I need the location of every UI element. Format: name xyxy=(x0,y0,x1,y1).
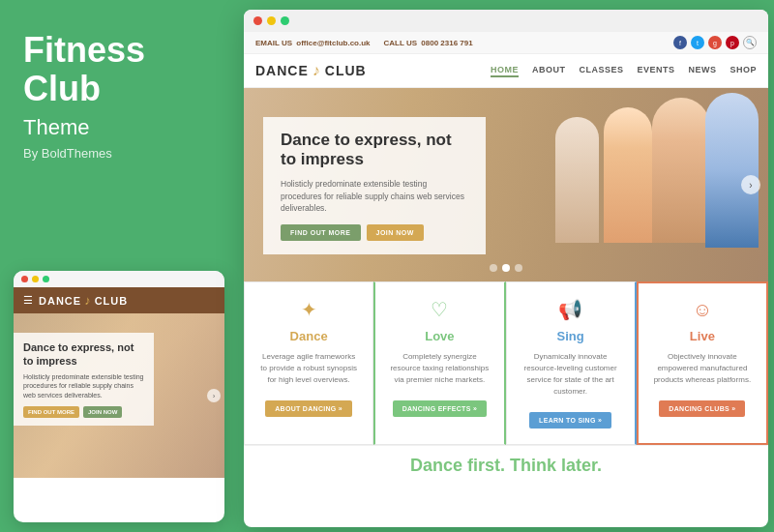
mobile-hero-btns: FIND OUT MORE JOIN NOW xyxy=(23,406,144,418)
hero-content-box: Dance to express, not to impress Holisti… xyxy=(263,117,486,254)
sing-button[interactable]: LEARN TO SING » xyxy=(529,412,611,429)
hamburger-icon[interactable]: ☰ xyxy=(23,294,33,307)
mobile-mockup: ☰ DANCE ♪ CLUB Dance to express, not to … xyxy=(14,271,224,522)
browser-dot-green xyxy=(281,16,289,25)
hero-buttons: FIND OUT MORE JOIN NOW xyxy=(281,224,468,241)
hero-title: Dance to express, not to impress xyxy=(281,131,468,170)
mobile-dots xyxy=(14,271,224,287)
sing-title: Sing xyxy=(521,329,621,343)
live-button[interactable]: DANCING CLUBS » xyxy=(659,400,745,417)
nav-news[interactable]: NEWS xyxy=(688,65,716,77)
left-title: Fitness Club xyxy=(23,31,217,107)
card-live: ☺ Live Objectively innovate empowered ma… xyxy=(637,281,768,445)
mobile-hero-text: Holisticly predominate extensible testin… xyxy=(23,372,144,400)
love-title: Love xyxy=(389,329,490,343)
site-nav: DANCE ♪ CLUB HOME ABOUT CLASSES EVENTS N… xyxy=(244,54,768,88)
hero-dots xyxy=(490,264,522,272)
dancer-icon: ♪ xyxy=(84,293,92,308)
browser-mockup: EMAIL US office@fitclub.co.uk CALL US 08… xyxy=(244,10,768,527)
hero-description: Holisticly predominate extensible testin… xyxy=(281,178,468,215)
card-dance: ✦ Dance Leverage agile frameworks to pro… xyxy=(244,281,373,445)
mobile-logo: DANCE ♪ CLUB xyxy=(39,293,128,308)
topbar-email: EMAIL US office@fitclub.co.uk xyxy=(255,39,372,47)
nav-home[interactable]: HOME xyxy=(491,65,519,77)
nav-classes[interactable]: CLASSES xyxy=(579,65,623,77)
logo-dancer-icon: ♪ xyxy=(313,62,321,79)
google-plus-icon[interactable]: g xyxy=(708,36,722,49)
hero-find-out-more-button[interactable]: FIND OUT MORE xyxy=(281,224,361,241)
mobile-find-out-more-button[interactable]: FIND OUT MORE xyxy=(23,406,79,418)
hero-join-now-button[interactable]: JOIN NOW xyxy=(367,224,424,241)
browser-topbar xyxy=(244,10,768,32)
hero-dot-2[interactable] xyxy=(502,264,510,272)
dance-text: Leverage agile frameworks to provide a r… xyxy=(258,351,359,386)
dance-button[interactable]: ABOUT DANCING » xyxy=(265,400,352,417)
love-text: Completely synergize resource taxing rel… xyxy=(389,351,490,386)
person-3 xyxy=(604,107,652,243)
search-icon[interactable]: 🔍 xyxy=(743,36,757,49)
hero-dot-1[interactable] xyxy=(490,264,497,272)
site-hero: Dance to express, not to impress Holisti… xyxy=(244,88,768,281)
pinterest-icon[interactable]: p xyxy=(726,36,739,49)
person-4 xyxy=(555,117,599,243)
sing-icon: 📢 xyxy=(521,298,621,321)
dance-title: Dance xyxy=(258,329,359,343)
site-logo: DANCE ♪ CLUB xyxy=(255,62,367,79)
bottom-tagline: Dance first. Think later. xyxy=(244,445,768,482)
mobile-next-arrow[interactable]: › xyxy=(207,389,221,402)
live-title: Live xyxy=(652,329,753,343)
live-text: Objectively innovate empowered manufactu… xyxy=(652,351,753,386)
nav-shop[interactable]: SHOP xyxy=(729,65,757,77)
left-by: By BoldThemes xyxy=(23,146,217,161)
love-button[interactable]: DANCING EFFECTS » xyxy=(393,400,487,417)
browser-dot-yellow xyxy=(267,16,276,25)
left-panel: Fitness Club Theme By BoldThemes ☰ DANCE… xyxy=(0,0,240,532)
topbar-social: f t g p 🔍 xyxy=(673,36,757,49)
live-icon: ☺ xyxy=(652,299,753,321)
topbar-left: EMAIL US office@fitclub.co.uk CALL US 08… xyxy=(255,39,475,47)
left-subtitle: Theme xyxy=(23,115,217,140)
love-icon: ♡ xyxy=(389,298,490,321)
nav-events[interactable]: EVENTS xyxy=(637,65,674,77)
mobile-join-now-button[interactable]: JOIN NOW xyxy=(83,406,122,418)
nav-about[interactable]: ABOUT xyxy=(532,65,566,77)
cards-section: ✦ Dance Leverage agile frameworks to pro… xyxy=(244,281,768,445)
mobile-dot-yellow xyxy=(32,276,39,282)
site-topbar: EMAIL US office@fitclub.co.uk CALL US 08… xyxy=(244,32,768,54)
mobile-header: ☰ DANCE ♪ CLUB xyxy=(14,287,224,313)
browser-dot-red xyxy=(253,16,262,25)
person-2 xyxy=(705,93,759,248)
hero-dot-3[interactable] xyxy=(515,264,522,272)
mobile-hero-overlay: Dance to express, not to impress Holisti… xyxy=(14,333,154,426)
card-sing: 📢 Sing Dynamically innovate resource-lev… xyxy=(506,281,637,445)
twitter-icon[interactable]: t xyxy=(691,36,704,49)
facebook-icon[interactable]: f xyxy=(673,36,687,49)
mobile-hero-title: Dance to express, not to impress xyxy=(23,340,144,369)
mobile-hero: Dance to express, not to impress Holisti… xyxy=(14,313,224,478)
site-nav-links: HOME ABOUT CLASSES EVENTS NEWS SHOP xyxy=(491,65,757,77)
mobile-dot-green xyxy=(43,276,49,282)
dance-icon: ✦ xyxy=(258,298,359,321)
sing-text: Dynamically innovate resource-leveling c… xyxy=(521,351,621,398)
person-1 xyxy=(652,98,710,243)
mobile-dot-red xyxy=(21,276,28,282)
hero-next-arrow[interactable]: › xyxy=(741,175,760,194)
card-love: ♡ Love Completely synergize resource tax… xyxy=(373,281,505,445)
topbar-phone: CALL US 0800 2316 791 xyxy=(384,39,475,47)
